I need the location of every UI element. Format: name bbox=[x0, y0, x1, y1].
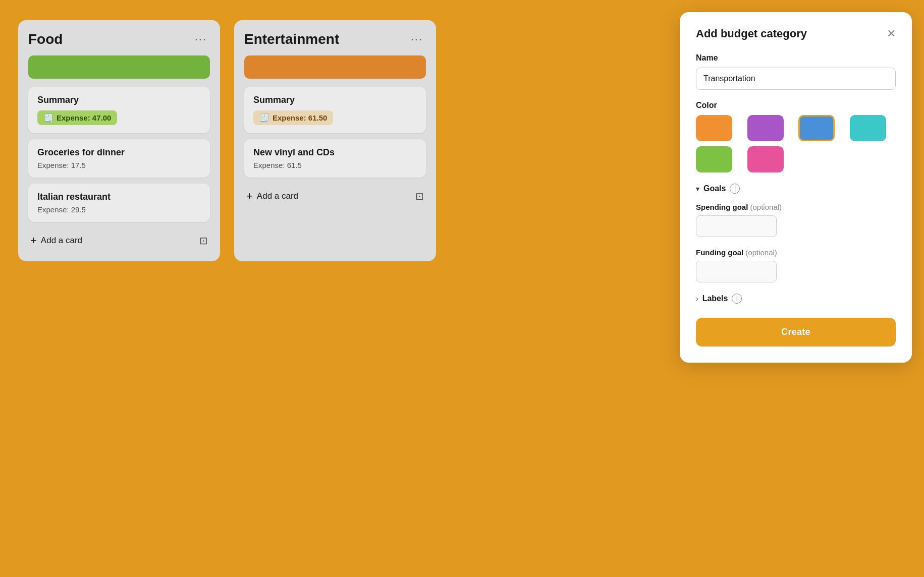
funding-goal-field: Funding goal (optional) bbox=[696, 248, 896, 282]
goals-chevron-icon: ▾ bbox=[696, 185, 699, 193]
create-button[interactable]: Create bbox=[696, 318, 896, 347]
labels-chevron-icon: › bbox=[696, 295, 698, 303]
spending-goal-optional: (optional) bbox=[750, 203, 782, 211]
funding-goal-optional: (optional) bbox=[745, 248, 777, 257]
spending-goal-label: Spending goal (optional) bbox=[696, 203, 896, 211]
add-budget-category-modal: Add budget category ✕ Name Color ▾ Goals… bbox=[680, 12, 912, 363]
labels-section: › Labels i bbox=[696, 294, 896, 304]
goals-header[interactable]: ▾ Goals i bbox=[696, 184, 896, 194]
modal-overlay: Add budget category ✕ Name Color ▾ Goals… bbox=[0, 0, 924, 577]
labels-info-icon[interactable]: i bbox=[732, 294, 742, 304]
spending-goal-input[interactable] bbox=[696, 215, 777, 237]
color-swatch-blue[interactable] bbox=[798, 115, 835, 141]
labels-title: Labels bbox=[702, 294, 728, 303]
funding-goal-input[interactable] bbox=[696, 261, 777, 282]
goals-info-icon[interactable]: i bbox=[730, 184, 740, 194]
modal-close-button[interactable]: ✕ bbox=[887, 28, 896, 39]
color-swatch-purple[interactable] bbox=[747, 115, 784, 141]
goals-title: Goals bbox=[703, 184, 726, 193]
color-swatch-teal[interactable] bbox=[850, 115, 886, 141]
spending-goal-field: Spending goal (optional) bbox=[696, 203, 896, 237]
goals-section: ▾ Goals i Spending goal (optional) Fundi… bbox=[696, 184, 896, 282]
color-label: Color bbox=[696, 101, 896, 110]
color-swatch-pink[interactable] bbox=[747, 146, 784, 172]
labels-header[interactable]: › Labels i bbox=[696, 294, 896, 304]
modal-title: Add budget category bbox=[696, 27, 807, 40]
color-swatch-orange[interactable] bbox=[696, 115, 732, 141]
color-grid bbox=[696, 115, 896, 172]
name-input[interactable] bbox=[696, 68, 896, 90]
funding-goal-label: Funding goal (optional) bbox=[696, 248, 896, 257]
color-section: Color bbox=[696, 101, 896, 172]
color-swatch-green[interactable] bbox=[696, 146, 732, 172]
name-label: Name bbox=[696, 53, 896, 63]
modal-header: Add budget category ✕ bbox=[696, 27, 896, 40]
